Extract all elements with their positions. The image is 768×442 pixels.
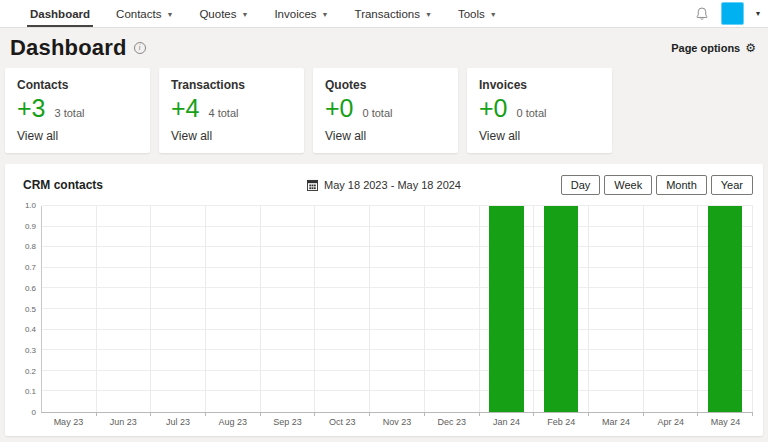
- range-button-month[interactable]: Month: [656, 175, 707, 195]
- calendar-icon: [307, 179, 318, 191]
- y-tick-label: 0: [32, 409, 36, 417]
- date-range[interactable]: May 18 2023 - May 18 2024: [307, 179, 461, 191]
- view-all-link[interactable]: View all: [171, 129, 292, 143]
- range-button-week[interactable]: Week: [604, 175, 652, 195]
- nav-item-transactions[interactable]: Transactions▼: [355, 0, 432, 27]
- x-tick-label: May 23: [41, 417, 96, 427]
- y-tick-label: 0.6: [25, 285, 36, 293]
- stat-delta-value: +4: [171, 95, 200, 121]
- x-tick-label: Jul 23: [151, 417, 206, 427]
- nav-item-contacts[interactable]: Contacts▼: [116, 0, 173, 27]
- chart-column-nov-23: [370, 206, 425, 412]
- x-tick-label: Jun 23: [96, 417, 151, 427]
- stat-card-transactions: Transactions+44 totalView all: [159, 68, 304, 153]
- stat-card-title: Transactions: [171, 78, 292, 92]
- bar-jan-24[interactable]: [489, 206, 523, 412]
- y-tick-label: 0.9: [25, 223, 36, 231]
- chart-title: CRM contacts: [23, 178, 103, 192]
- range-button-year[interactable]: Year: [711, 175, 753, 195]
- stat-value-row: +44 total: [171, 95, 292, 121]
- chart-column-aug-23: [206, 206, 261, 412]
- stat-card-title: Invoices: [479, 78, 600, 92]
- page-header: Dashboard i Page options ⚙: [0, 28, 768, 68]
- nav-item-label: Transactions: [355, 8, 420, 20]
- stat-value-row: +33 total: [17, 95, 138, 121]
- x-tick-label: May 24: [698, 417, 753, 427]
- nav-item-quotes[interactable]: Quotes▼: [199, 0, 248, 27]
- chevron-down-icon: ▼: [166, 11, 173, 18]
- top-nav-right: ▾: [695, 2, 760, 25]
- stat-cards-row: Contacts+33 totalView allTransactions+44…: [0, 68, 768, 153]
- y-tick-label: 1.0: [25, 202, 36, 210]
- y-tick-label: 0.2: [25, 368, 36, 376]
- top-nav: DashboardContacts▼Quotes▼Invoices▼Transa…: [0, 0, 768, 28]
- nav-item-label: Tools: [458, 8, 485, 20]
- stat-delta-value: +3: [17, 95, 46, 121]
- chart-column-dec-23: [425, 206, 480, 412]
- gear-icon: ⚙: [745, 42, 756, 54]
- nav-item-label: Contacts: [116, 8, 161, 20]
- chart-column-jan-24: [480, 206, 535, 412]
- chart-column-mar-24: [589, 206, 644, 412]
- chart-column-jul-23: [151, 206, 206, 412]
- stat-card-quotes: Quotes+00 totalView all: [313, 68, 458, 153]
- x-tick-label: Nov 23: [370, 417, 425, 427]
- view-all-link[interactable]: View all: [325, 129, 446, 143]
- y-tick-label: 0.8: [25, 243, 36, 251]
- view-all-link[interactable]: View all: [479, 129, 600, 143]
- bar-may-24[interactable]: [708, 206, 742, 412]
- bell-icon[interactable]: [695, 6, 709, 21]
- nav-item-tools[interactable]: Tools▼: [458, 0, 497, 27]
- chevron-down-icon: ▼: [490, 11, 497, 18]
- chevron-down-icon: ▼: [322, 11, 329, 18]
- user-avatar[interactable]: [721, 2, 744, 25]
- nav-tabs: DashboardContacts▼Quotes▼Invoices▼Transa…: [30, 0, 523, 27]
- bar-feb-24[interactable]: [544, 206, 578, 412]
- page-title: Dashboard: [10, 35, 127, 61]
- y-tick-label: 0.4: [25, 326, 36, 334]
- crm-contacts-panel: CRM contacts May 18 2023 - May 18 2024 D…: [5, 164, 763, 436]
- info-icon[interactable]: i: [134, 42, 146, 54]
- nav-item-invoices[interactable]: Invoices▼: [274, 0, 328, 27]
- x-axis-labels: May 23Jun 23Jul 23Aug 23Sep 23Oct 23Nov …: [41, 413, 753, 430]
- view-all-link[interactable]: View all: [17, 129, 138, 143]
- x-tick-label: Mar 24: [589, 417, 644, 427]
- stat-value-row: +00 total: [479, 95, 600, 121]
- stat-value-row: +00 total: [325, 95, 446, 121]
- stat-delta-value: +0: [479, 95, 508, 121]
- range-button-day[interactable]: Day: [561, 175, 601, 195]
- stat-total-value: 0 total: [517, 107, 547, 119]
- chart-column-jun-23: [97, 206, 152, 412]
- y-tick-label: 0.7: [25, 264, 36, 272]
- chevron-down-icon[interactable]: ▾: [756, 9, 760, 18]
- stat-card-title: Quotes: [325, 78, 446, 92]
- chart-column-oct-23: [315, 206, 370, 412]
- nav-item-label: Invoices: [274, 8, 316, 20]
- x-tick-label: Oct 23: [315, 417, 370, 427]
- plot-area: [41, 206, 753, 413]
- nav-item-label: Quotes: [199, 8, 236, 20]
- stat-delta-value: +0: [325, 95, 354, 121]
- x-tick-label: Aug 23: [205, 417, 260, 427]
- chart-column-may-23: [42, 206, 97, 412]
- y-axis: 00.10.20.30.40.50.60.70.80.91.0: [15, 206, 41, 413]
- stat-card-contacts: Contacts+33 totalView all: [5, 68, 150, 153]
- bar-chart: 00.10.20.30.40.50.60.70.80.91.0: [15, 206, 753, 413]
- chart-column-feb-24: [534, 206, 589, 412]
- nav-item-label: Dashboard: [30, 8, 90, 20]
- y-tick-label: 0.1: [25, 388, 36, 396]
- chart-column-sep-23: [261, 206, 316, 412]
- x-tick-label: Dec 23: [424, 417, 479, 427]
- chart-header: CRM contacts May 18 2023 - May 18 2024 D…: [15, 173, 753, 197]
- page-options-button[interactable]: Page options ⚙: [671, 42, 756, 54]
- x-tick-label: Jan 24: [479, 417, 534, 427]
- x-tick-label: Sep 23: [260, 417, 315, 427]
- stat-card-invoices: Invoices+00 totalView all: [467, 68, 612, 153]
- chevron-down-icon: ▼: [425, 11, 432, 18]
- chart-column-apr-24: [644, 206, 699, 412]
- range-buttons: DayWeekMonthYear: [561, 175, 753, 195]
- stat-total-value: 4 total: [209, 107, 239, 119]
- nav-item-dashboard[interactable]: Dashboard: [30, 0, 90, 27]
- x-tick-label: Feb 24: [534, 417, 589, 427]
- chart-column-may-24: [698, 206, 753, 412]
